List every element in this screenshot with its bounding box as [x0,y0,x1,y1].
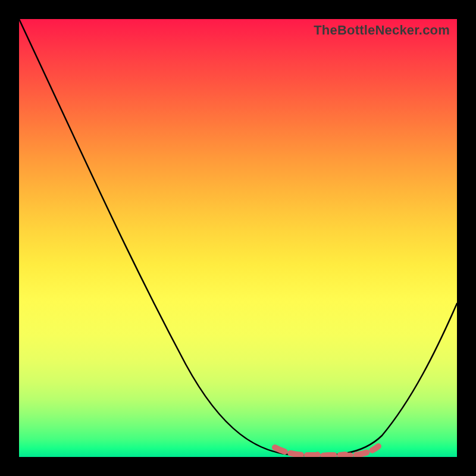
chart-lines [19,19,457,457]
chart-container: TheBottleNecker.com [0,0,476,476]
bottleneck-curve [19,19,457,455]
plot-area: TheBottleNecker.com [19,19,457,457]
